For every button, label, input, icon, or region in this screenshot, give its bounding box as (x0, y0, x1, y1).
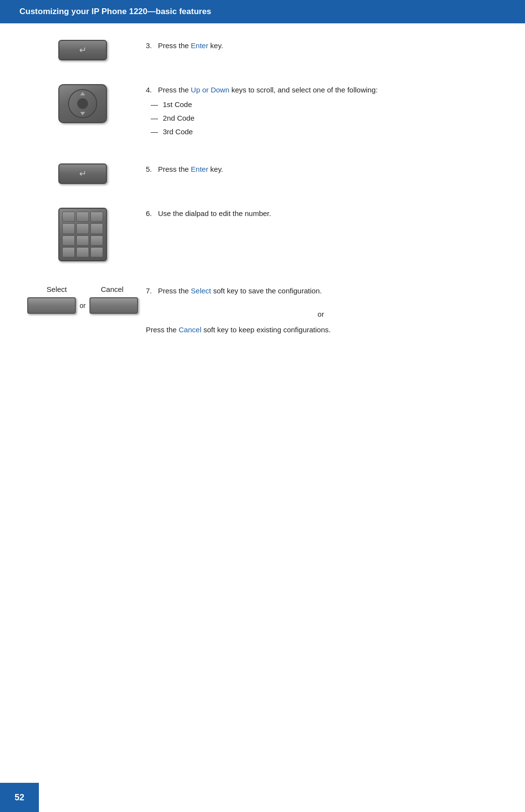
step-6-row: 6. Use the dialpad to edit the number. (29, 206, 496, 261)
step-3-icon-col (29, 38, 136, 60)
nav-key-icon (58, 84, 107, 123)
page-footer: 52 (0, 783, 39, 812)
enter-key-icon-1 (58, 40, 107, 60)
step-5-num: 5. (146, 165, 152, 173)
step-5-text-after: key. (208, 165, 223, 173)
dp-hash (90, 247, 103, 257)
dp-0 (76, 247, 89, 257)
step-4-text-before: Press the (158, 86, 191, 94)
main-content: 3. Press the Enter key. 4. Press the Up … (0, 23, 525, 387)
step-4-link: Up or Down (191, 86, 229, 94)
softkey-row: or (27, 297, 138, 314)
dp-9 (90, 235, 103, 246)
softkey-select-label: Select (47, 285, 67, 293)
step-7-row: Select Cancel or 7. Press the Select sof… (29, 283, 496, 336)
step-7-cancel-link: Cancel (179, 325, 202, 334)
softkey-cancel-label: Cancel (101, 285, 124, 293)
dp-5 (76, 223, 89, 234)
step-5-link: Enter (191, 165, 209, 173)
step-7-text-after: soft key to save the configuration. (211, 287, 322, 295)
step-7-link: Select (191, 287, 211, 295)
step-7-icon-col: Select Cancel or (29, 283, 136, 314)
step-6-num: 6. (146, 209, 152, 217)
step-7-num: 7. (146, 287, 152, 295)
page-number: 52 (15, 793, 24, 803)
page-header: Customizing your IP Phone 1220—basic fea… (0, 0, 525, 23)
step-6-text: 6. Use the dialpad to edit the number. (136, 206, 496, 219)
step-4-content: 4. Press the Up or Down keys to scroll, … (146, 86, 378, 94)
step-4-num: 4. (146, 86, 152, 94)
step-4-text: 4. Press the Up or Down keys to scroll, … (136, 82, 496, 140)
dp-star (62, 247, 75, 257)
step-7-text-before: Press the (158, 287, 191, 295)
step-7-sec-before: Press the (146, 325, 179, 334)
dp-6 (90, 223, 103, 234)
dp-7 (62, 235, 75, 246)
bullet-3rd-code: 3rd Code (151, 126, 496, 138)
step-7-sec-after: soft key to keep existing configurations… (201, 325, 331, 334)
nav-up-arrow (80, 92, 85, 95)
bullet-1st-code: 1st Code (151, 99, 496, 110)
nav-down-arrow (80, 112, 85, 115)
dialpad-icon (58, 208, 107, 261)
step-3-text-after: key. (208, 41, 223, 50)
softkey-labels: Select Cancel (42, 285, 123, 293)
enter-key-icon-2 (58, 163, 107, 184)
step-4-icon-col (29, 82, 136, 123)
step-3-link: Enter (191, 41, 209, 50)
cancel-softkey-btn[interactable] (89, 297, 138, 314)
nav-key-inner (68, 89, 97, 118)
page-title: Customizing your IP Phone 1220—basic fea… (19, 7, 506, 17)
step-5-content: 5. Press the Enter key. (146, 165, 223, 173)
step-5-text: 5. Press the Enter key. (136, 162, 496, 175)
step-3-text-before: Press the (158, 41, 191, 50)
or-label: or (80, 302, 86, 309)
step-5-row: 5. Press the Enter key. (29, 162, 496, 184)
step-5-icon-col (29, 162, 136, 184)
step-3-num: 3. (146, 41, 152, 50)
step-3-text: 3. Press the Enter key. (136, 38, 496, 52)
step-6-text-after: Use the dialpad to edit the number. (158, 209, 271, 217)
step-4-row: 4. Press the Up or Down keys to scroll, … (29, 82, 496, 140)
step-5-text-before: Press the (158, 165, 191, 173)
nav-center-btn (77, 98, 88, 109)
step-6-content: 6. Use the dialpad to edit the number. (146, 209, 271, 217)
dp-3 (90, 212, 103, 222)
dp-8 (76, 235, 89, 246)
step-7-content: 7. Press the Select soft key to save the… (146, 287, 322, 295)
step-3-row: 3. Press the Enter key. (29, 38, 496, 60)
or-separator: or (146, 308, 496, 320)
step-3-content: 3. Press the Enter key. (146, 41, 223, 50)
step-4-text-after: keys to scroll, and select one of the fo… (229, 86, 378, 94)
dp-4 (62, 223, 75, 234)
step-6-icon-col (29, 206, 136, 261)
step-4-bullets: 1st Code 2nd Code 3rd Code (146, 99, 496, 138)
step-7-text: 7. Press the Select soft key to save the… (136, 283, 496, 336)
select-softkey-btn[interactable] (27, 297, 76, 314)
dp-1 (62, 212, 75, 222)
step-7-secondary: Press the Cancel soft key to keep existi… (146, 325, 331, 334)
dp-2 (76, 212, 89, 222)
bullet-2nd-code: 2nd Code (151, 112, 496, 124)
